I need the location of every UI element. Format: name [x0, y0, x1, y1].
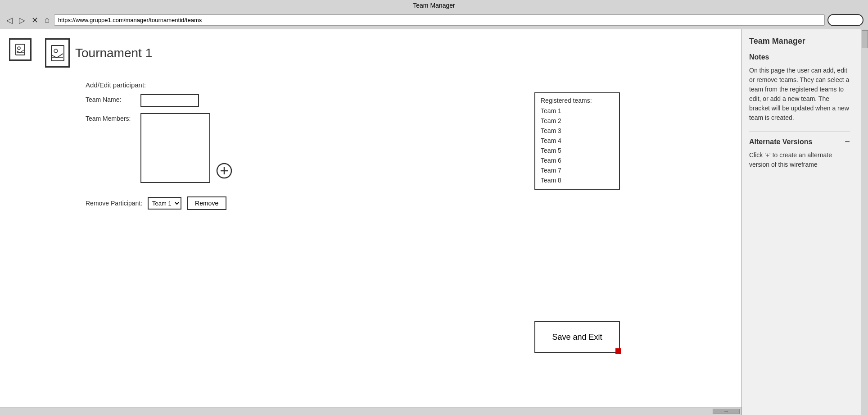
- team-name-input[interactable]: [140, 94, 199, 107]
- add-member-button[interactable]: [216, 162, 233, 179]
- remove-participant-label: Remove Participant:: [86, 200, 142, 207]
- close-button[interactable]: ✕: [30, 14, 40, 26]
- sidebar-notes-text: On this page the user can add, edit or r…: [749, 66, 850, 123]
- team-members-row: Team Members:: [86, 113, 728, 183]
- list-item[interactable]: Team 2: [541, 116, 614, 126]
- logo-placeholder: [9, 38, 32, 61]
- title-bar: Team Manager: [0, 0, 868, 11]
- sidebar-scrollbar: [861, 29, 868, 415]
- list-item[interactable]: Team 7: [541, 165, 614, 175]
- right-sidebar: Team Manager Notes On this page the user…: [742, 29, 868, 415]
- add-edit-form: Add/Edit participant: Team Name: Team Me…: [86, 81, 728, 183]
- plus-circle-icon: [216, 163, 232, 179]
- registered-teams-box: Registered teams: Team 1 Team 2 Team 3 T…: [534, 92, 620, 190]
- remove-team-select[interactable]: Team 1 Team 2 Team 3 Team 4 Team 5 Team …: [148, 197, 181, 210]
- tournament-icon: [45, 38, 70, 68]
- remove-button[interactable]: Remove: [187, 196, 226, 210]
- registered-teams-title: Registered teams:: [541, 97, 614, 104]
- form-section-title: Add/Edit participant:: [86, 81, 728, 89]
- sidebar-divider: [749, 132, 850, 132]
- page-title: Tournament 1: [75, 46, 152, 60]
- vertical-scrollbar-thumb[interactable]: [862, 30, 868, 48]
- horizontal-scrollbar-thumb[interactable]: ↔: [713, 409, 740, 414]
- team-members-label: Team Members:: [86, 113, 135, 122]
- list-item[interactable]: Team 1: [541, 106, 614, 116]
- list-item[interactable]: Team 4: [541, 136, 614, 146]
- address-bar[interactable]: [54, 14, 825, 26]
- team-name-label: Team Name:: [86, 94, 135, 103]
- list-item[interactable]: Team 5: [541, 146, 614, 155]
- svg-rect-5: [51, 46, 64, 61]
- home-button[interactable]: ⌂: [43, 14, 51, 26]
- team-list: Team 1 Team 2 Team 3 Team 4 Team 5 Team …: [541, 106, 614, 185]
- sidebar-alt-versions: Alternate Versions − Click '+' to create…: [749, 137, 850, 169]
- bottom-scrollbar: ↔: [0, 407, 741, 415]
- alt-versions-header: Alternate Versions −: [749, 137, 850, 147]
- list-item[interactable]: Team 8: [541, 175, 614, 185]
- sidebar-app-title: Team Manager: [749, 36, 850, 46]
- page-area: Tournament 1 Add/Edit participant: Team …: [0, 29, 741, 407]
- forward-button[interactable]: ▷: [17, 14, 27, 26]
- sidebar-content: Team Manager Notes On this page the user…: [742, 29, 861, 177]
- list-item[interactable]: Team 3: [541, 126, 614, 136]
- remove-participant-row: Remove Participant: Team 1 Team 2 Team 3…: [86, 196, 728, 210]
- save-exit-button[interactable]: Save and Exit: [534, 321, 620, 353]
- tournament-image-icon: [51, 45, 64, 61]
- logo-icon: [9, 38, 32, 61]
- search-input[interactable]: [827, 14, 863, 26]
- alt-versions-plus-button[interactable]: −: [845, 137, 850, 147]
- sidebar-notes-title: Notes: [749, 53, 850, 61]
- title-bar-label: Team Manager: [413, 2, 455, 9]
- alt-versions-title: Alternate Versions: [749, 138, 813, 146]
- browser-content: Tournament 1 Add/Edit participant: Team …: [0, 29, 742, 415]
- page-header: Tournament 1: [14, 38, 728, 68]
- alt-versions-text: Click '+' to create an alternate version…: [749, 150, 850, 169]
- main-layout: Tournament 1 Add/Edit participant: Team …: [0, 29, 868, 415]
- browser-toolbar: ◁ ▷ ✕ ⌂: [0, 11, 868, 29]
- team-members-textarea[interactable]: [140, 113, 210, 183]
- svg-rect-0: [16, 44, 25, 55]
- team-name-row: Team Name:: [86, 94, 728, 107]
- tournament-header: Tournament 1: [45, 38, 152, 68]
- list-item[interactable]: Team 6: [541, 155, 614, 165]
- logo-image-icon: [15, 44, 25, 55]
- back-button[interactable]: ◁: [5, 14, 14, 26]
